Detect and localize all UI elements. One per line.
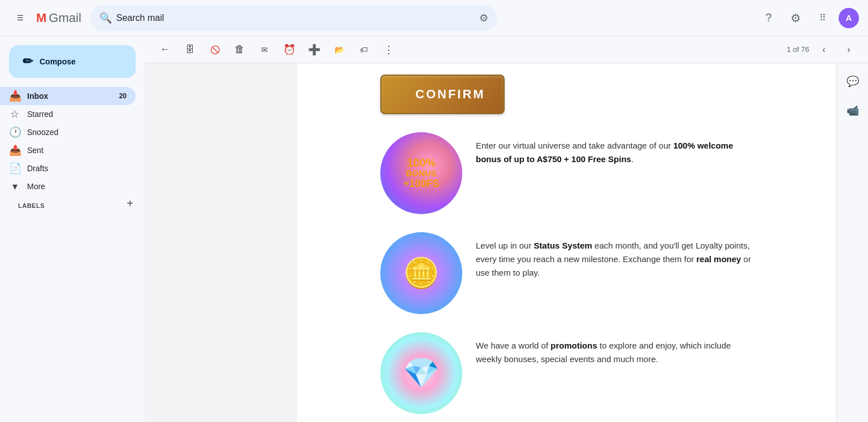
add-to-tasks-icon: ➕ (308, 43, 320, 56)
top-bar: ☰ M Gmail 🔍 ⚙ ? ⚙ ⠿ A (0, 0, 868, 36)
sidebar: ✏ Compose 📥 Inbox 20 ☆ Starred 🕐 Snoozed… (0, 36, 145, 422)
advanced-search-icon[interactable]: ⚙ (479, 12, 488, 24)
bonus-icon-circle: 100% BONUS +100FS (380, 132, 462, 214)
prev-email-button[interactable]: ‹ (814, 40, 834, 60)
meet-tab-icon: 📹 (847, 105, 859, 117)
feature-row-status: 🪙 Level up in our Status System each mon… (380, 232, 753, 314)
search-bar: 🔍 ⚙ (90, 5, 497, 31)
prev-email-icon: ‹ (822, 45, 825, 55)
snoozed-icon: 🕐 (9, 126, 20, 138)
email-content-area: CONFIRM 100% BONUS +100FS Enter our virt… (145, 63, 868, 422)
confirm-button[interactable]: CONFIRM (380, 75, 505, 114)
snooze-button[interactable]: ⏰ (278, 38, 301, 61)
sidebar-item-drafts[interactable]: 📄 Drafts (0, 159, 136, 177)
sidebar-label-more: More (27, 182, 127, 191)
promo-icon-circle: 💎 (380, 332, 462, 414)
settings-icon: ⚙ (791, 11, 801, 25)
compose-button[interactable]: ✏ Compose (9, 45, 136, 78)
chat-tab-button[interactable]: 💬 (839, 68, 866, 95)
sent-icon: 📤 (9, 144, 20, 156)
sidebar-label-starred: Starred (27, 110, 127, 119)
gmail-logo: M Gmail (36, 11, 81, 25)
back-button[interactable]: ← (154, 38, 176, 61)
help-button[interactable]: ? (757, 7, 780, 29)
archive-button[interactable]: 🗄 (179, 38, 201, 61)
move-to-button[interactable]: 📂 (328, 38, 350, 61)
hamburger-menu-button[interactable]: ☰ (9, 7, 32, 29)
bonus-100-text: 100% (403, 156, 440, 169)
inbox-icon: 📥 (9, 90, 20, 102)
feature-row-promotions: 💎 We have a world of promotions to explo… (380, 332, 753, 414)
compose-icon: ✏ (23, 54, 33, 69)
sidebar-label-snoozed: Snoozed (27, 128, 127, 137)
sidebar-item-inbox[interactable]: 📥 Inbox 20 (0, 87, 136, 105)
drafts-icon: 📄 (9, 162, 20, 175)
inbox-count: 20 (119, 92, 127, 100)
add-label-button[interactable]: + (124, 197, 136, 210)
bonus-text: 100% BONUS +100FS (403, 156, 440, 189)
archive-icon: 🗄 (185, 45, 194, 55)
bonus-label-text: BONUS (403, 169, 440, 179)
labels-title: Labels (9, 200, 54, 211)
bonus-feature-text: Enter our virtual universe and take adva… (476, 132, 753, 166)
delete-button[interactable]: 🗑 (228, 38, 251, 61)
sidebar-item-snoozed[interactable]: 🕐 Snoozed (0, 123, 136, 141)
apps-button[interactable]: ⠿ (811, 7, 834, 29)
right-panel: 💬 📹 (836, 63, 868, 422)
starred-icon: ☆ (9, 108, 20, 120)
add-to-tasks-button[interactable]: ➕ (303, 38, 326, 61)
move-to-icon: 📂 (335, 45, 344, 54)
add-label-icon: + (127, 197, 133, 210)
sidebar-item-more[interactable]: ▾ More (0, 177, 136, 195)
next-email-icon: › (847, 45, 850, 55)
feature-row-bonus: 100% BONUS +100FS Enter our virtual univ… (380, 132, 753, 214)
gmail-logo-text: Gmail (49, 11, 81, 25)
sidebar-label-drafts: Drafts (27, 164, 127, 173)
email-pagination: 1 of 76 ‹ › (787, 40, 859, 60)
email-body: CONFIRM 100% BONUS +100FS Enter our virt… (380, 75, 753, 414)
search-input[interactable] (116, 13, 475, 23)
more-icon: ▾ (9, 180, 20, 193)
compose-label: Compose (40, 57, 76, 66)
gmail-logo-m: M (36, 11, 46, 25)
mark-unread-icon: ✉ (261, 45, 268, 54)
snooze-icon: ⏰ (283, 43, 296, 56)
delete-icon: 🗑 (235, 43, 245, 55)
next-email-button[interactable]: › (839, 40, 859, 60)
email-area: ← 🗄 🚫 🗑 ✉ ⏰ ➕ 📂 🏷 (145, 36, 868, 422)
promo-emoji: 💎 (403, 356, 440, 390)
bonus-100fs-text: +100FS (403, 179, 440, 190)
status-feature-text: Level up in our Status System each month… (476, 232, 753, 280)
meet-tab-button[interactable]: 📹 (839, 97, 866, 124)
search-icon: 🔍 (99, 12, 112, 24)
help-icon: ? (765, 11, 771, 24)
sidebar-item-starred[interactable]: ☆ Starred (0, 105, 136, 123)
report-spam-button[interactable]: 🚫 (203, 38, 226, 61)
mark-unread-button[interactable]: ✉ (253, 38, 276, 61)
coins-icon-circle: 🪙 (380, 232, 462, 314)
labels-section-header: Labels + (0, 195, 145, 211)
sidebar-item-sent[interactable]: 📤 Sent (0, 141, 136, 159)
more-actions-button[interactable]: ⋮ (377, 38, 400, 61)
back-icon: ← (160, 43, 170, 55)
email-main-content: CONFIRM 100% BONUS +100FS Enter our virt… (297, 63, 836, 422)
apps-icon: ⠿ (819, 12, 826, 23)
pagination-text: 1 of 76 (787, 45, 809, 54)
avatar[interactable]: A (839, 8, 859, 28)
more-actions-icon: ⋮ (384, 43, 394, 56)
labels-button[interactable]: 🏷 (353, 38, 375, 61)
hamburger-icon: ☰ (17, 14, 24, 22)
report-spam-icon: 🚫 (210, 45, 220, 54)
main-layout: ✏ Compose 📥 Inbox 20 ☆ Starred 🕐 Snoozed… (0, 36, 868, 422)
email-toolbar: ← 🗄 🚫 🗑 ✉ ⏰ ➕ 📂 🏷 (145, 36, 868, 63)
sidebar-label-sent: Sent (27, 146, 127, 155)
sidebar-label-inbox: Inbox (27, 92, 112, 101)
promotions-feature-text: We have a world of promotions to explore… (476, 332, 753, 366)
settings-button[interactable]: ⚙ (784, 7, 807, 29)
chat-tab-icon: 💬 (847, 75, 859, 88)
labels-icon: 🏷 (360, 45, 368, 54)
coins-emoji: 🪙 (403, 256, 440, 290)
top-right-actions: ? ⚙ ⠿ A (757, 7, 859, 29)
left-panel (145, 63, 297, 422)
